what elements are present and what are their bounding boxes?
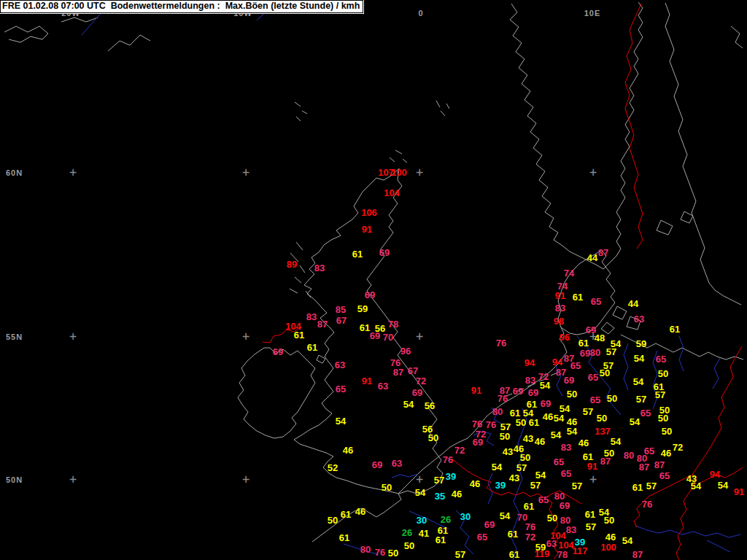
station-value: 61 [670,324,680,335]
station-value: 76 [525,521,535,532]
station-value: 80 [560,515,570,526]
station-value: 61 [294,330,304,341]
station-value: 56 [375,323,385,334]
station-value: 106 [361,207,377,218]
station-value: 46 [452,489,462,499]
graticule-cross: + [416,165,423,179]
station-value: 94 [710,469,720,480]
station-value: 91 [555,290,565,301]
station-value: 78 [557,549,568,560]
station-value: 61 [585,509,595,520]
station-value: 74 [557,281,568,292]
station-value: 78 [388,319,398,330]
station-value: 76 [486,419,496,430]
station-value: 65 [570,360,581,371]
station-value: 54 [551,429,561,440]
station-value: 76 [642,499,652,510]
station-value: 87 [598,247,608,258]
station-value: 76 [472,419,482,429]
station-value: 61 [360,322,370,333]
station-value: 87 [632,549,643,560]
station-value: 54 [535,470,546,481]
station-value: 50 [604,515,614,526]
station-value: 54 [718,480,728,491]
station-value: 46 [343,445,353,456]
station-value: 59 [357,303,368,314]
station-value: 61 [527,399,537,410]
station-value: 69 [473,437,483,448]
station-value: 39 [575,537,585,548]
station-value: 56 [425,400,435,411]
station-value: 54 [633,376,643,387]
station-value: 69 [580,348,590,359]
station-value: 69 [412,387,422,398]
station-value: 50 [516,417,526,428]
station-value: 43 [509,472,519,483]
station-value: 54 [500,510,510,521]
station-value: 85 [336,304,346,315]
station-value: 50 [382,482,392,493]
station-value: 69 [372,459,382,470]
station-value: 74 [564,268,574,279]
station-value: 80 [360,544,371,555]
river-layer [82,1,740,560]
station-value: 104 [384,187,400,198]
longitude-label: 10E [584,9,601,18]
title-bar: FRE 01.02.08 07:00 UTC Bodenwettermeldun… [0,0,363,13]
station-value: 83 [555,303,565,314]
station-value: 54 [630,416,640,427]
station-value: 65 [561,468,571,479]
station-value: 137 [595,426,611,437]
station-value: 69 [379,247,390,258]
latitude-label: 50N [6,475,23,484]
station-value: 59 [636,338,646,349]
map-layer [0,0,747,560]
graticule-cross: + [69,472,77,486]
station-value: 46 [543,411,553,422]
station-value: 76 [375,547,385,558]
station-value: 44 [587,252,597,263]
station-value: 26 [402,527,412,538]
station-value: 69 [365,289,375,300]
station-value: 59 [535,542,546,553]
latitude-label: 60N [6,168,23,177]
station-value: 41 [419,528,429,539]
station-value: 50 [662,426,672,437]
station-value: 54 [554,413,564,424]
station-value: 65 [640,408,651,419]
station-value: 46 [470,478,480,489]
station-value: 35 [435,491,445,502]
station-value: 57 [606,346,616,357]
station-value: 91 [471,385,481,396]
station-value: 61 [529,417,539,428]
station-value: 72 [454,445,465,456]
station-value: 46 [535,436,545,447]
station-value: 57 [516,462,527,473]
station-value: 46 [355,506,365,517]
station-value: 69 [528,387,538,398]
station-value: 57 [434,475,444,486]
station-value: 46 [661,448,671,459]
station-value: 50 [597,413,607,424]
station-value: 63 [546,538,557,549]
title-text: FRE 01.02.08 07:00 UTC Bodenwettermeldun… [2,1,360,11]
station-value: 39 [495,480,506,491]
station-value: 87 [393,367,403,378]
station-value: 65 [590,394,600,405]
station-value: 65 [588,372,598,383]
station-value: 98 [554,316,564,327]
station-value: 96 [560,332,570,343]
station-value: 57 [655,389,665,400]
graticule-cross: + [242,165,249,179]
station-value: 54 [622,535,632,546]
graticule-cross: + [242,472,249,486]
latitude-label: 55N [6,332,23,341]
station-value: 80 [492,406,503,417]
station-value: 83 [525,375,535,386]
station-value: 72 [416,376,426,386]
station-value: 54 [415,487,425,498]
station-value: 50 [604,448,614,459]
station-value: 54 [611,436,621,447]
station-value: 63 [634,314,644,324]
station-value: 57 [586,521,596,532]
